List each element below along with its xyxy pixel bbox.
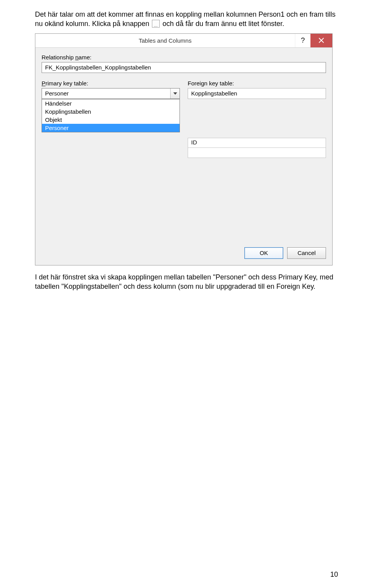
- help-button[interactable]: ?: [295, 34, 310, 47]
- dropdown-option-selected[interactable]: Personer: [42, 124, 180, 132]
- combobox-toggle[interactable]: [170, 88, 180, 99]
- close-button[interactable]: [310, 34, 332, 47]
- dropdown-option[interactable]: Objekt: [42, 116, 180, 124]
- dialog-titlebar: Tables and Columns ?: [35, 34, 332, 48]
- primary-key-table-dropdown: Händelser Kopplingstabellen Objekt Perso…: [42, 99, 180, 132]
- help-icon: ?: [301, 36, 305, 45]
- table-row: ID: [42, 138, 326, 148]
- primary-key-table-label: Primary key table:: [42, 80, 180, 87]
- dropdown-option[interactable]: Händelser: [42, 99, 180, 108]
- close-icon: [319, 38, 324, 43]
- page-number: 10: [330, 571, 338, 579]
- foreign-key-table-value: Kopplingstabellen: [188, 88, 326, 99]
- label-text: ame:: [78, 54, 91, 61]
- foreign-key-column-cell[interactable]: ID: [188, 138, 326, 148]
- combobox-value: Personer: [42, 88, 170, 99]
- primary-key-table-combobox[interactable]: Personer Händelser Kopplingstabellen Obj…: [42, 88, 180, 99]
- foreign-key-table-label: Foreign key table:: [188, 80, 326, 87]
- outro-paragraph: I det här fönstret ska vi skapa koppling…: [35, 272, 338, 291]
- intro-paragraph: Det här talar om att det kommer att finn…: [35, 10, 338, 29]
- label-text: rimary key table:: [45, 80, 88, 87]
- column-mapping-grid: ID: [42, 138, 326, 158]
- chevron-down-icon: [173, 92, 177, 95]
- ellipsis-button-icon: [152, 20, 160, 28]
- dropdown-option[interactable]: Kopplingstabellen: [42, 108, 180, 116]
- cancel-button[interactable]: Cancel: [287, 247, 326, 259]
- intro-text-2: och då får du fram ännu ett litet fönste…: [162, 20, 284, 28]
- foreign-key-column-cell[interactable]: [188, 148, 326, 158]
- label-accel: n: [75, 54, 78, 61]
- table-row: [42, 148, 326, 158]
- ok-button[interactable]: OK: [244, 247, 283, 259]
- label-accel: P: [42, 80, 45, 87]
- relationship-name-label: Relationship name:: [42, 54, 326, 61]
- label-text: Relationship: [42, 54, 75, 61]
- tables-and-columns-dialog: Tables and Columns ? Relationship name:: [35, 33, 333, 265]
- relationship-name-input[interactable]: [42, 62, 326, 73]
- dialog-button-bar: OK Cancel: [42, 247, 326, 261]
- dialog-title: Tables and Columns: [35, 34, 295, 47]
